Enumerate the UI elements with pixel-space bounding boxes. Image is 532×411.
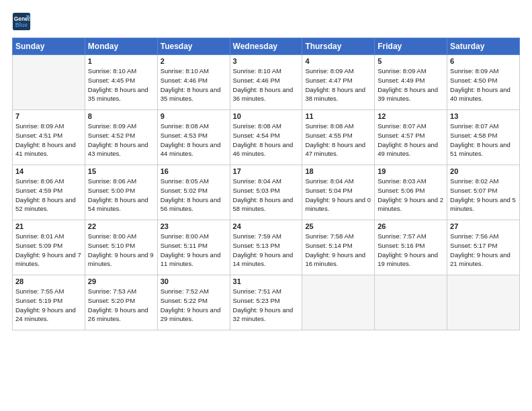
- day-number: 15: [88, 167, 154, 175]
- sunrise-text: Sunrise: 8:04 AM: [305, 177, 353, 185]
- col-header-tuesday: Tuesday: [157, 38, 230, 55]
- calendar-day: 10Sunrise: 8:08 AMSunset: 4:54 PMDayligh…: [230, 110, 302, 165]
- day-info: Sunrise: 8:08 AMSunset: 4:55 PMDaylight:…: [305, 122, 371, 158]
- sunset-text: Sunset: 4:45 PM: [88, 77, 135, 84]
- daylight-text: Daylight: 8 hours and 41 minutes.: [15, 141, 76, 158]
- daylight-text: Daylight: 9 hours and 9 minutes.: [88, 251, 154, 268]
- day-info: Sunrise: 8:08 AMSunset: 4:53 PMDaylight:…: [161, 122, 227, 158]
- sunrise-text: Sunrise: 8:08 AM: [233, 122, 281, 130]
- day-number: 22: [88, 222, 154, 230]
- day-number: 31: [233, 277, 300, 285]
- day-number: 26: [378, 222, 444, 230]
- day-number: 20: [450, 167, 517, 175]
- day-info: Sunrise: 8:10 AMSunset: 4:45 PMDaylight:…: [88, 66, 154, 103]
- col-header-saturday: Saturday: [447, 38, 520, 55]
- daylight-text: Daylight: 9 hours and 0 minutes.: [305, 196, 371, 213]
- col-header-sunday: Sunday: [13, 38, 85, 55]
- sunset-text: Sunset: 4:59 PM: [15, 187, 62, 194]
- calendar-week-2: 7Sunrise: 8:09 AMSunset: 4:51 PMDaylight…: [13, 110, 520, 165]
- sunset-text: Sunset: 5:06 PM: [378, 187, 425, 194]
- calendar-day: 21Sunrise: 8:01 AMSunset: 5:09 PMDayligh…: [13, 220, 85, 275]
- day-number: 30: [161, 277, 227, 285]
- sunrise-text: Sunrise: 8:09 AM: [305, 67, 353, 75]
- day-info: Sunrise: 8:05 AMSunset: 5:02 PMDaylight:…: [161, 177, 227, 214]
- day-info: Sunrise: 8:07 AMSunset: 4:58 PMDaylight:…: [450, 122, 517, 158]
- daylight-text: Daylight: 8 hours and 38 minutes.: [305, 86, 365, 103]
- calendar-day: [13, 55, 85, 110]
- calendar-day: 14Sunrise: 8:06 AMSunset: 4:59 PMDayligh…: [13, 165, 85, 220]
- sunset-text: Sunset: 4:50 PM: [450, 77, 497, 84]
- calendar-day: 17Sunrise: 8:04 AMSunset: 5:03 PMDayligh…: [230, 165, 302, 220]
- daylight-text: Daylight: 8 hours and 39 minutes.: [378, 86, 438, 103]
- sunrise-text: Sunrise: 8:09 AM: [450, 67, 498, 75]
- sunrise-text: Sunrise: 8:00 AM: [88, 232, 136, 240]
- sunset-text: Sunset: 5:00 PM: [88, 187, 135, 194]
- sunset-text: Sunset: 5:04 PM: [305, 187, 352, 194]
- calendar-day: 4Sunrise: 8:09 AMSunset: 4:47 PMDaylight…: [302, 55, 375, 110]
- sunrise-text: Sunrise: 8:10 AM: [161, 67, 209, 75]
- day-info: Sunrise: 8:06 AMSunset: 5:00 PMDaylight:…: [88, 177, 154, 214]
- sunset-text: Sunset: 5:16 PM: [378, 242, 425, 249]
- daylight-text: Daylight: 8 hours and 49 minutes.: [378, 141, 438, 158]
- calendar-day: 12Sunrise: 8:07 AMSunset: 4:57 PMDayligh…: [375, 110, 447, 165]
- sunset-text: Sunset: 5:03 PM: [233, 187, 280, 194]
- calendar-day: 24Sunrise: 7:59 AMSunset: 5:13 PMDayligh…: [230, 220, 302, 275]
- day-info: Sunrise: 8:02 AMSunset: 5:07 PMDaylight:…: [450, 177, 517, 214]
- daylight-text: Daylight: 9 hours and 21 minutes.: [450, 251, 511, 268]
- calendar-table: SundayMondayTuesdayWednesdayThursdayFrid…: [12, 38, 520, 330]
- day-info: Sunrise: 8:03 AMSunset: 5:06 PMDaylight:…: [378, 177, 444, 214]
- daylight-text: Daylight: 8 hours and 44 minutes.: [161, 141, 221, 158]
- daylight-text: Daylight: 8 hours and 54 minutes.: [88, 196, 148, 213]
- day-info: Sunrise: 8:00 AMSunset: 5:10 PMDaylight:…: [88, 232, 154, 269]
- day-info: Sunrise: 7:59 AMSunset: 5:13 PMDaylight:…: [233, 232, 300, 269]
- day-info: Sunrise: 7:57 AMSunset: 5:16 PMDaylight:…: [378, 232, 444, 269]
- calendar-week-3: 14Sunrise: 8:06 AMSunset: 4:59 PMDayligh…: [13, 165, 520, 220]
- sunset-text: Sunset: 4:51 PM: [15, 132, 62, 139]
- calendar-day: 27Sunrise: 7:56 AMSunset: 5:17 PMDayligh…: [447, 220, 520, 275]
- day-info: Sunrise: 8:04 AMSunset: 5:04 PMDaylight:…: [305, 177, 371, 214]
- sunrise-text: Sunrise: 8:07 AM: [378, 122, 426, 130]
- sunrise-text: Sunrise: 8:02 AM: [450, 177, 498, 185]
- day-info: Sunrise: 7:51 AMSunset: 5:23 PMDaylight:…: [233, 287, 300, 324]
- sunrise-text: Sunrise: 8:08 AM: [305, 122, 353, 130]
- day-info: Sunrise: 7:56 AMSunset: 5:17 PMDaylight:…: [450, 232, 517, 269]
- sunrise-text: Sunrise: 7:57 AM: [378, 232, 426, 240]
- sunrise-text: Sunrise: 8:05 AM: [161, 177, 209, 185]
- day-info: Sunrise: 7:55 AMSunset: 5:19 PMDaylight:…: [15, 287, 82, 324]
- sunset-text: Sunset: 5:19 PM: [15, 297, 62, 304]
- day-number: 17: [233, 167, 300, 175]
- sunrise-text: Sunrise: 8:04 AM: [233, 177, 281, 185]
- daylight-text: Daylight: 9 hours and 2 minutes.: [378, 196, 443, 213]
- calendar-day: 15Sunrise: 8:06 AMSunset: 5:00 PMDayligh…: [85, 165, 157, 220]
- sunset-text: Sunset: 5:02 PM: [161, 187, 208, 194]
- sunrise-text: Sunrise: 8:10 AM: [233, 67, 281, 75]
- day-info: Sunrise: 8:09 AMSunset: 4:52 PMDaylight:…: [88, 122, 154, 158]
- sunset-text: Sunset: 5:13 PM: [233, 242, 280, 249]
- sunset-text: Sunset: 4:57 PM: [378, 132, 425, 139]
- daylight-text: Daylight: 8 hours and 46 minutes.: [233, 141, 294, 158]
- sunset-text: Sunset: 5:17 PM: [450, 242, 497, 249]
- day-info: Sunrise: 8:09 AMSunset: 4:49 PMDaylight:…: [378, 66, 444, 103]
- day-number: 21: [15, 222, 82, 230]
- sunrise-text: Sunrise: 8:07 AM: [450, 122, 498, 130]
- daylight-text: Daylight: 9 hours and 26 minutes.: [88, 306, 148, 323]
- sunset-text: Sunset: 4:54 PM: [233, 132, 280, 139]
- daylight-text: Daylight: 8 hours and 52 minutes.: [15, 196, 76, 213]
- calendar-header-row: SundayMondayTuesdayWednesdayThursdayFrid…: [13, 38, 520, 55]
- sunrise-text: Sunrise: 7:51 AM: [233, 287, 281, 295]
- day-info: Sunrise: 8:06 AMSunset: 4:59 PMDaylight:…: [15, 177, 82, 214]
- day-number: 12: [378, 112, 444, 120]
- main-container: General Blue SundayMondayTuesdayWednesda…: [0, 0, 532, 337]
- daylight-text: Daylight: 9 hours and 16 minutes.: [305, 251, 365, 268]
- day-number: 4: [305, 57, 371, 65]
- col-header-friday: Friday: [375, 38, 447, 55]
- sunrise-text: Sunrise: 7:59 AM: [233, 232, 281, 240]
- calendar-day: 26Sunrise: 7:57 AMSunset: 5:16 PMDayligh…: [375, 220, 447, 275]
- calendar-day: [447, 275, 520, 330]
- sunrise-text: Sunrise: 7:55 AM: [15, 287, 64, 295]
- day-number: 18: [305, 167, 371, 175]
- calendar-day: 30Sunrise: 7:52 AMSunset: 5:22 PMDayligh…: [157, 275, 230, 330]
- sunset-text: Sunset: 5:07 PM: [450, 187, 497, 194]
- daylight-text: Daylight: 9 hours and 32 minutes.: [233, 306, 294, 323]
- day-number: 28: [15, 277, 82, 285]
